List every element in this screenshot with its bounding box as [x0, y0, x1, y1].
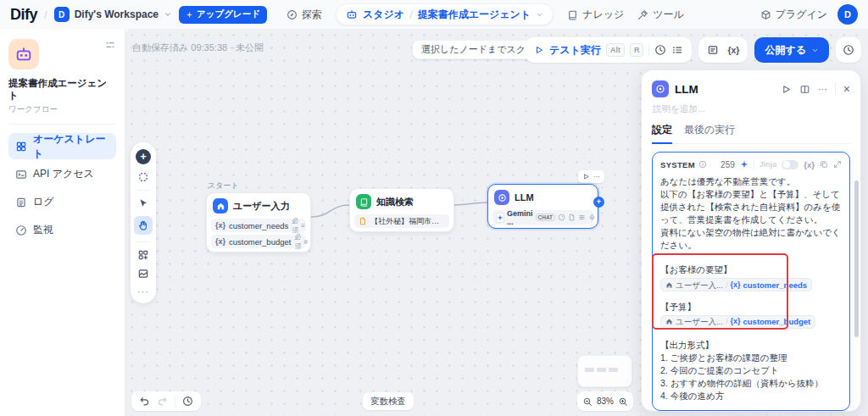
panel-scrollbar[interactable]: [854, 180, 859, 337]
model-row[interactable]: Gemini ... CHAT: [492, 210, 593, 225]
expand-icon[interactable]: [833, 160, 842, 169]
knowledge-icon: [356, 194, 371, 209]
minimap-node: [609, 368, 618, 372]
tab-settings[interactable]: 設定: [652, 123, 672, 144]
run-history-icon[interactable]: [654, 44, 666, 56]
select-area-icon[interactable]: [137, 171, 149, 183]
variables-pill: {x}: [698, 37, 748, 63]
add-node-button[interactable]: +: [136, 149, 151, 164]
divider: [835, 83, 836, 95]
env-variables-icon[interactable]: [707, 44, 719, 56]
minimap[interactable]: [577, 355, 632, 387]
sidebar-item-monitoring[interactable]: 監視: [8, 217, 116, 243]
upgrade-button[interactable]: アップグレード: [179, 6, 267, 24]
divider: [136, 241, 150, 242]
node-quick-actions: ···: [578, 170, 604, 183]
dify-workflow-editor: Dify / D Dify's Workspace アップグレード 探索 スタジ…: [0, 0, 868, 416]
workspace-selector[interactable]: D Dify's Workspace: [54, 7, 172, 22]
variable-meta: 必須 #: [294, 232, 307, 251]
compass-icon: [287, 9, 298, 20]
nav-studio-pill[interactable]: スタジオ / 提案書作成エージェント: [336, 3, 554, 25]
breadcrumb-app-name[interactable]: 提案書作成エージェント: [418, 8, 531, 22]
variable-inspect-button[interactable]: 変数検査: [363, 392, 414, 410]
orchestrate-icon: [15, 141, 27, 153]
llm-node-title: LLM: [515, 192, 534, 202]
sidebar-item-api-access[interactable]: API アクセス: [8, 161, 116, 187]
home-icon: [665, 318, 673, 325]
app-icon[interactable]: [8, 39, 39, 69]
zoom-out-icon[interactable]: [582, 397, 593, 407]
generate-sparkle-icon[interactable]: [740, 160, 748, 169]
jinja-toggle[interactable]: [782, 160, 798, 169]
start-node[interactable]: ユーザー入力 {x} customer_needs 必須 ≡ {x} custo…: [206, 192, 311, 252]
prompt-header: SYSTEM 259 Jinja {x}: [660, 158, 842, 170]
nav-studio-label[interactable]: スタジオ: [363, 8, 404, 22]
llm-node[interactable]: LLM Gemini ... CHAT: [487, 184, 598, 229]
llm-output-handle[interactable]: +: [593, 197, 604, 208]
output-line: 3. おすすめ物件の詳細（資料から抜粋）: [660, 377, 842, 390]
sidebar-item-logs[interactable]: ログ: [8, 189, 116, 215]
spacer: [660, 292, 842, 301]
minimap-toggle-icon[interactable]: [137, 268, 149, 280]
tab-last-run[interactable]: 最後の実行: [684, 123, 735, 143]
variable-reference-pill[interactable]: ユーザー入... / {x} customer_budget: [660, 315, 815, 329]
nav-knowledge-label: ナレッジ: [582, 8, 624, 22]
nav-explore[interactable]: 探索: [287, 8, 322, 22]
document-icon: [15, 197, 27, 208]
start-group-label: スタート: [208, 180, 239, 191]
more-icon[interactable]: ···: [818, 84, 827, 94]
app-sidebar: 提案書作成エージェント ワークフロー オーケストレート API アクセス ログ …: [0, 29, 125, 416]
test-run-button[interactable]: テスト実行: [549, 43, 601, 58]
variable-icon[interactable]: {x}: [727, 45, 739, 55]
breadcrumb-separator: /: [409, 8, 413, 21]
version-history-button[interactable]: [836, 37, 861, 63]
knowledge-retrieval-node[interactable]: 知識検索 【社外秘】福岡市エリア・特選おすす...: [349, 188, 454, 232]
start-variable-row[interactable]: {x} customer_needs 必須 ≡: [211, 219, 306, 232]
divider: [136, 190, 150, 191]
prompt-body[interactable]: あなたは優秀な不動産営業です。 以下の【お客様の要望】と【予算】、そして提供され…: [660, 175, 842, 402]
dataset-row[interactable]: 【社外秘】福岡市エリア・特選おすす...: [354, 214, 449, 228]
variable-reference-pill[interactable]: ユーザー入... / {x} customer_needs: [660, 278, 812, 291]
run-controls-pill: テスト実行 Alt R: [526, 37, 692, 63]
sidebar-item-orchestrate[interactable]: オーケストレート: [8, 133, 116, 159]
app-title: 提案書作成エージェント: [8, 77, 116, 103]
more-icon[interactable]: ···: [593, 173, 600, 180]
change-history-icon[interactable]: [182, 396, 193, 407]
pointer-tool-icon[interactable]: [137, 197, 149, 209]
model-name: Gemini ...: [507, 209, 533, 226]
dataset-file-icon: [359, 217, 367, 225]
nav-explore-label: 探索: [302, 8, 322, 22]
organize-nodes-icon[interactable]: [137, 249, 149, 261]
nav-knowledge[interactable]: ナレッジ: [567, 8, 624, 22]
insert-variable-icon[interactable]: {x}: [804, 160, 815, 169]
hand-tool-button[interactable]: [134, 216, 153, 235]
chevron-down-icon: [164, 10, 172, 19]
nav-right: プラグイン D: [760, 4, 858, 25]
redo-icon[interactable]: [157, 396, 168, 407]
copy-icon[interactable]: [820, 160, 828, 169]
zoom-level[interactable]: 83%: [597, 397, 614, 406]
start-variable-row[interactable]: {x} customer_budget 必須 #: [211, 235, 306, 248]
variable-icon: {x}: [215, 237, 225, 246]
sidebar-item-label: 監視: [33, 223, 53, 237]
dify-logo[interactable]: Dify: [10, 6, 37, 24]
nav-tools[interactable]: ツール: [637, 8, 684, 22]
close-icon[interactable]: ×: [843, 82, 850, 96]
system-prompt-editor[interactable]: SYSTEM 259 Jinja {x} あなたは優秀な不動産営業です。 以下の…: [652, 152, 850, 411]
publish-button[interactable]: 公開する: [754, 37, 829, 63]
collapse-sidebar-icon[interactable]: [104, 39, 116, 51]
split-view-icon[interactable]: [799, 84, 810, 95]
kbd-r: R: [630, 43, 644, 57]
minimap-node: [597, 368, 606, 372]
chevron-down-icon: [536, 11, 543, 19]
user-avatar[interactable]: D: [837, 4, 858, 25]
run-node-icon[interactable]: [781, 84, 792, 95]
checklist-icon[interactable]: [671, 44, 683, 56]
undo-icon[interactable]: [139, 396, 150, 407]
zoom-in-icon[interactable]: [618, 397, 628, 407]
variable-name: customer_needs: [743, 279, 808, 291]
nav-plugins[interactable]: プラグイン: [760, 8, 827, 22]
more-tools-button[interactable]: ···: [137, 286, 149, 297]
description-placeholder[interactable]: 説明を追加...: [653, 103, 850, 115]
play-icon[interactable]: [582, 173, 590, 180]
